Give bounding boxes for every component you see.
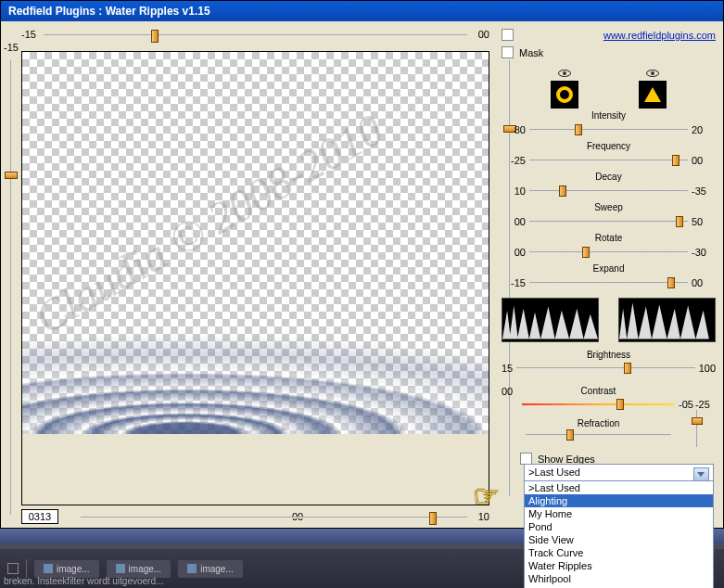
show-edges-label: Show Edges <box>538 454 595 465</box>
preset-item[interactable]: Track Curve <box>525 546 713 559</box>
bottom-slider-thumb[interactable] <box>429 512 437 525</box>
param-right-val: 50 <box>692 216 716 227</box>
triangle-icon <box>644 87 661 102</box>
preset-selected-text: >Last Used <box>528 467 580 478</box>
param-right-val: -35 <box>692 185 716 197</box>
ripple-type-triangle[interactable] <box>639 70 667 109</box>
top-slider-right-label: 00 <box>478 29 489 40</box>
param-frequency[interactable]: Frequency-2500 <box>502 152 716 170</box>
contrast-slider[interactable] <box>522 398 675 411</box>
status-text: breken. Insteekfilter wordt uitgevoerd..… <box>4 576 163 586</box>
param-thumb[interactable] <box>672 155 680 166</box>
waveform-right[interactable] <box>618 298 716 342</box>
refraction-val: -05 <box>679 399 693 410</box>
ripple-type-ring[interactable] <box>551 70 578 109</box>
ring-icon <box>556 86 573 103</box>
param-left-val: -25 <box>502 155 526 166</box>
website-link[interactable]: www.redfieldplugins.com <box>603 30 716 41</box>
taskbar-item[interactable]: image... <box>107 560 171 578</box>
param-thumb[interactable] <box>575 124 582 135</box>
preset-item[interactable]: Pond <box>525 520 713 533</box>
preset-dropdown[interactable]: >Last Used >Last UsedAlightingMy HomePon… <box>524 464 714 588</box>
param-left-val: 80 <box>502 124 526 135</box>
preview-area: Claudia © 2008-2010 <box>21 51 489 505</box>
preset-item[interactable]: Alighting <box>525 494 713 507</box>
waveform-left[interactable] <box>502 298 599 342</box>
brightness-label: Brightness <box>502 350 716 360</box>
contrast-label: Contrast <box>522 386 675 396</box>
bottom-slider[interactable]: 00 10 <box>58 509 489 526</box>
reset-box[interactable] <box>502 29 514 41</box>
frame-counter: 0313 <box>21 509 58 524</box>
contrast-left: 00 <box>502 386 518 397</box>
top-slider-thumb[interactable] <box>151 30 159 43</box>
param-right-val: 00 <box>692 277 716 288</box>
refraction-label: Refraction <box>522 418 675 428</box>
param-thumb[interactable] <box>676 216 683 227</box>
param-expand[interactable]: Expand-1500 <box>502 275 716 292</box>
eye-icon <box>558 70 571 77</box>
mask-label: Mask <box>519 47 543 58</box>
refraction-slider[interactable] <box>526 428 671 441</box>
param-name: Decay <box>502 172 716 182</box>
preset-item[interactable]: Water Ripples <box>525 559 713 572</box>
preset-item[interactable]: >Last Used <box>525 481 713 494</box>
brightness-right: 100 <box>699 363 716 374</box>
left-slider[interactable]: -15 <box>3 51 19 524</box>
param-left-val: -15 <box>502 277 526 288</box>
titlebar[interactable]: Redfield Plugins : Water Ripples v1.15 <box>1 1 723 21</box>
param-left-val: 00 <box>502 247 526 258</box>
left-slider-thumb[interactable] <box>5 172 18 179</box>
param-left-val: 10 <box>502 185 526 197</box>
chevron-down-icon <box>697 472 705 477</box>
param-sweep[interactable]: Sweep0050 <box>502 213 716 231</box>
preset-item[interactable]: Whirlpool <box>525 572 713 585</box>
param-name: Rotate <box>502 233 716 243</box>
preset-item[interactable]: Side View <box>525 533 713 546</box>
param-name: Intensity <box>502 110 716 121</box>
preset-list: >Last UsedAlightingMy HomePondSide ViewT… <box>525 481 713 588</box>
refraction-val2: -25 <box>695 399 710 410</box>
mask-checkbox[interactable] <box>502 46 514 58</box>
param-thumb[interactable] <box>582 247 590 258</box>
param-thumb[interactable] <box>559 185 566 197</box>
preset-selected[interactable]: >Last Used <box>525 465 713 481</box>
taskbar-item[interactable]: image... <box>178 560 243 578</box>
refraction-vslider-thumb[interactable] <box>692 417 703 425</box>
eye-icon <box>646 70 659 77</box>
param-decay[interactable]: Decay10-35 <box>502 183 716 200</box>
preview-canvas[interactable]: Claudia © 2008-2010 <box>22 52 489 434</box>
param-right-val: 00 <box>692 155 716 166</box>
taskbar-icon[interactable] <box>7 563 19 574</box>
pointing-hand-icon: ☜ <box>473 479 500 514</box>
param-name: Frequency <box>502 141 716 151</box>
param-rotate[interactable]: Rotate00-30 <box>502 244 716 262</box>
taskbar-item[interactable]: image... <box>34 560 99 578</box>
top-slider-left-label: -15 <box>21 29 36 40</box>
param-name: Expand <box>502 263 716 274</box>
preset-item[interactable]: My Home <box>525 507 713 520</box>
param-right-val: -30 <box>692 247 716 258</box>
left-slider-label: -15 <box>3 42 19 53</box>
plugin-window: Redfield Plugins : Water Ripples v1.15 -… <box>0 0 724 529</box>
brightness-slider[interactable] <box>516 362 694 375</box>
param-intensity[interactable]: Intensity8020 <box>502 121 716 139</box>
param-name: Sweep <box>502 202 716 212</box>
param-left-val: 00 <box>502 216 526 227</box>
brightness-left: 15 <box>502 363 513 374</box>
right-panel: www.redfieldplugins.com Mask Intensity80… <box>502 29 716 517</box>
top-slider[interactable]: -15 00 <box>21 27 489 44</box>
param-right-val: 20 <box>692 124 716 135</box>
param-thumb[interactable] <box>667 277 675 288</box>
